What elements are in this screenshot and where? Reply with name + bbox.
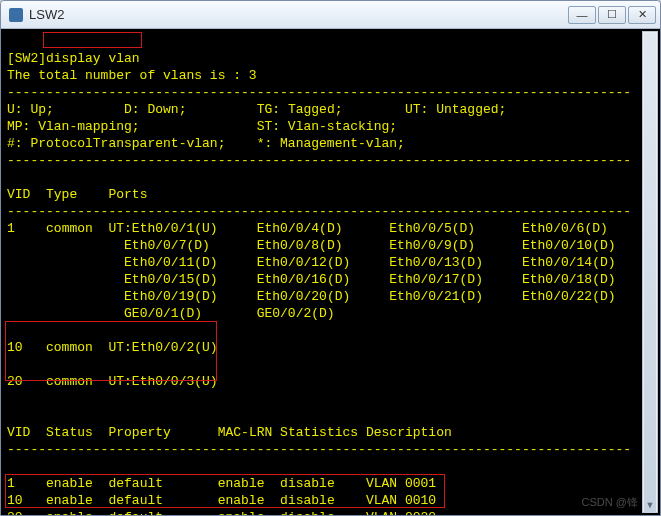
table-row: 20 common UT:Eth0/0/3(U) (7, 374, 218, 389)
table-row: 20 enable default enable disable VLAN 00… (7, 510, 436, 515)
legend-u: U: Up; (7, 102, 54, 117)
t2-head-mac: MAC-LRN (218, 425, 273, 440)
maximize-button[interactable]: ☐ (598, 6, 626, 24)
vlan-summary: The total number of vlans is : 3 (7, 68, 257, 83)
t2-head-status: Status (46, 425, 93, 440)
t1-head-type: Type (46, 187, 77, 202)
scroll-down-icon[interactable]: ▼ (644, 497, 656, 512)
t2-head-vid: VID (7, 425, 30, 440)
divider: ----------------------------------------… (7, 204, 631, 219)
minimize-button[interactable]: — (568, 6, 596, 24)
highlight-box (43, 32, 142, 48)
watermark: CSDN @锋 (582, 494, 638, 511)
app-icon (9, 8, 23, 22)
t1-head-vid: VID (7, 187, 30, 202)
close-button[interactable]: ✕ (628, 6, 656, 24)
minimize-icon: — (577, 9, 588, 21)
legend-mp: MP: Vlan-mapping; (7, 119, 140, 134)
prompt-host: [SW2] (7, 51, 46, 66)
legend-ut: UT: Untagged; (405, 102, 506, 117)
t2-head-stat: Statistics (280, 425, 358, 440)
legend-st: ST: Vlan-stacking; (257, 119, 397, 134)
close-icon: ✕ (638, 8, 647, 21)
vertical-scrollbar[interactable]: ▲ ▼ (642, 31, 658, 513)
table-row: 1 enable default enable disable VLAN 000… (7, 476, 436, 491)
table-row: 10 common UT:Eth0/0/2(U) (7, 340, 218, 355)
scroll-thumb[interactable] (644, 33, 656, 513)
legend-mv: *: Management-vlan; (257, 136, 405, 151)
window-title: LSW2 (29, 7, 64, 22)
prompt-command: display vlan (46, 51, 140, 66)
maximize-icon: ☐ (607, 8, 617, 21)
t1-head-ports: Ports (108, 187, 147, 202)
table-row: 1 common UT:Eth0/0/1(U) Eth0/0/4(D) Eth0… (7, 221, 608, 236)
divider: ----------------------------------------… (7, 442, 631, 457)
titlebar[interactable]: LSW2 — ☐ ✕ (1, 1, 660, 29)
divider: ----------------------------------------… (7, 153, 631, 168)
terminal-output[interactable]: [SW2]display vlan The total number of vl… (1, 29, 660, 515)
table-row: 10 enable default enable disable VLAN 00… (7, 493, 436, 508)
legend-d: D: Down; (124, 102, 186, 117)
legend-tg: TG: Tagged; (257, 102, 343, 117)
divider: ----------------------------------------… (7, 85, 631, 100)
app-window: LSW2 — ☐ ✕ [SW2]display vlan The total n… (0, 0, 661, 516)
t2-head-property: Property (108, 425, 170, 440)
legend-pt: #: ProtocolTransparent-vlan; (7, 136, 225, 151)
t2-head-desc: Description (366, 425, 452, 440)
